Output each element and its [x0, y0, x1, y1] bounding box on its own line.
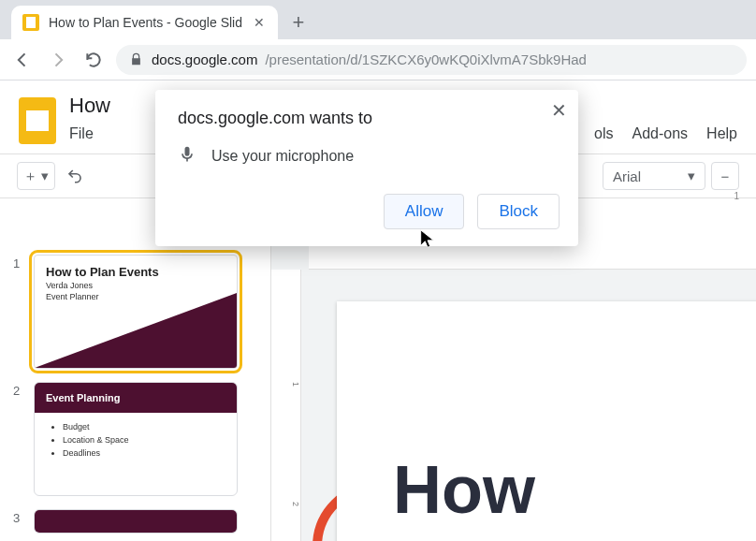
font-name: Arial: [613, 168, 641, 184]
new-slide-button[interactable]: ＋ ▾: [17, 162, 55, 190]
list-item: Location & Space: [63, 433, 237, 446]
thumb-decoration: [35, 293, 237, 368]
menubar: File: [69, 125, 110, 142]
font-select[interactable]: Arial ▾: [603, 162, 705, 190]
new-tab-button[interactable]: +: [285, 9, 312, 36]
allow-button[interactable]: Allow: [384, 194, 465, 229]
ruler-mark: 2: [291, 502, 300, 506]
microphone-icon: [178, 145, 196, 168]
url-host: docs.google.com: [152, 51, 257, 67]
thumb-number: 3: [13, 509, 24, 525]
undo-button[interactable]: [61, 162, 89, 190]
menu-help[interactable]: Help: [706, 125, 737, 142]
font-size-decrease[interactable]: −: [711, 162, 739, 190]
thumbnail-panel: 1 How to Plan Events Verda Jones Event P…: [0, 245, 271, 541]
slide-thumbnail-3[interactable]: [34, 509, 238, 534]
address-bar[interactable]: docs.google.com/presentation/d/1SZKCX6y0…: [116, 45, 747, 75]
list-item: Budget: [63, 420, 237, 433]
thumb-subtitle2: Event Planner: [35, 292, 237, 303]
slides-favicon: [22, 14, 39, 31]
browser-tab-strip: How to Plan Events - Google Slid ✕ +: [0, 0, 756, 39]
slide-thumbnail-2[interactable]: Event Planning Budget Location & Space D…: [34, 382, 238, 496]
menu-addons[interactable]: Add-ons: [632, 125, 689, 142]
chevron-down-icon: ▾: [688, 168, 695, 184]
chevron-down-icon: ▾: [41, 168, 49, 184]
ruler-horizontal: [309, 245, 756, 270]
ruler-vertical: 1 2: [271, 270, 301, 541]
reload-button[interactable]: [80, 47, 107, 73]
thumb-bullets: Budget Location & Space Deadlines: [35, 413, 237, 460]
slide-editor: 1 2 How: [271, 245, 756, 541]
thumb-title: How to Plan Events: [35, 256, 237, 281]
list-item: Deadlines: [63, 446, 237, 460]
url-path: /presentation/d/1SZKCX6y0wKQ0iXlvmA7Sbk9…: [265, 51, 587, 67]
ruler-mark: 1: [291, 382, 300, 387]
ruler-mark: 1: [734, 191, 739, 201]
browser-tab[interactable]: How to Plan Events - Google Slid ✕: [11, 6, 278, 39]
tab-title: How to Plan Events - Google Slid: [49, 15, 242, 30]
slide-thumbnail-1[interactable]: How to Plan Events Verda Jones Event Pla…: [34, 255, 238, 369]
forward-button[interactable]: [45, 47, 71, 73]
thumb-number: 2: [13, 382, 24, 398]
back-button[interactable]: [9, 47, 36, 73]
close-icon[interactable]: ✕: [551, 99, 567, 122]
thumb-number: 1: [13, 255, 24, 270]
workspace: 1 How to Plan Events Verda Jones Event P…: [0, 245, 756, 541]
canvas-title-text[interactable]: How: [337, 301, 756, 528]
thumb-decoration: [35, 510, 237, 533]
mouse-cursor: [417, 228, 438, 253]
menu-file[interactable]: File: [69, 125, 94, 142]
permission-heading: docs.google.com wants to: [178, 109, 560, 128]
browser-toolbar: docs.google.com/presentation/d/1SZKCX6y0…: [0, 39, 756, 80]
slide-canvas[interactable]: How: [337, 301, 756, 541]
lock-icon: [127, 51, 144, 68]
permission-text: Use your microphone: [211, 148, 354, 165]
slides-logo[interactable]: [19, 97, 56, 144]
close-tab-icon[interactable]: ✕: [252, 15, 267, 30]
thumb-subtitle: Verda Jones: [35, 281, 237, 292]
doc-title[interactable]: How: [69, 94, 110, 118]
permission-dialog: ✕ docs.google.com wants to Use your micr…: [155, 90, 578, 246]
block-button[interactable]: Block: [477, 194, 560, 229]
menu-tools[interactable]: ols: [594, 125, 613, 142]
thumb-title: Event Planning: [35, 383, 237, 413]
